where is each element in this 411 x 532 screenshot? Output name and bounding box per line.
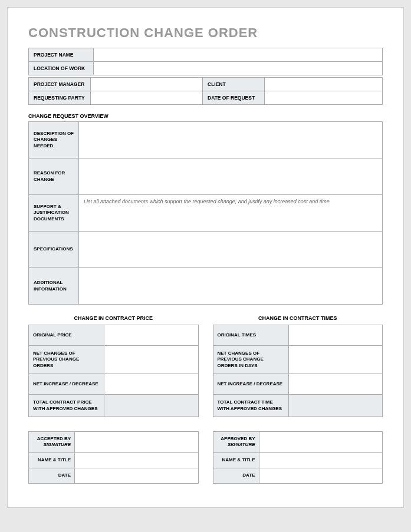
price-total-field[interactable] (104, 395, 199, 417)
client-field[interactable] (265, 78, 383, 91)
times-table: ORIGINAL TIMES NET CHANGES OF PREVIOUS C… (213, 325, 383, 417)
accepted-date-field[interactable] (75, 468, 199, 483)
price-netprev-field[interactable] (104, 346, 199, 374)
accepted-name-field[interactable] (75, 452, 199, 468)
price-original-label: ORIGINAL PRICE (29, 325, 104, 346)
overview-header: CHANGE REQUEST OVERVIEW (28, 113, 383, 119)
spec-field[interactable] (79, 232, 383, 268)
times-netprev-label: NET CHANGES OF PREVIOUS CHANGE ORDERS IN… (213, 346, 288, 374)
approved-table: APPROVED BY SIGNATURE NAME & TITLE DATE (213, 431, 383, 484)
times-netinc-field[interactable] (288, 374, 383, 395)
document-title: CONSTRUCTION CHANGE ORDER (28, 25, 383, 41)
approved-column: APPROVED BY SIGNATURE NAME & TITLE DATE (213, 431, 383, 484)
price-header: CHANGE IN CONTRACT PRICE (28, 315, 199, 321)
desc-label: DESCRIPTION OF CHANGES NEEDED (29, 122, 79, 158)
requesting-label: REQUESTING PARTY (29, 91, 91, 105)
price-column: CHANGE IN CONTRACT PRICE ORIGINAL PRICE … (28, 315, 199, 417)
accepted-table: ACCEPTED BY SIGNATURE NAME & TITLE DATE (28, 431, 199, 484)
approved-sig-text: SIGNATURE (228, 442, 255, 447)
reason-field[interactable] (79, 158, 383, 195)
project-info-table: PROJECT NAME LOCATION OF WORK (28, 48, 383, 75)
project-name-field[interactable] (94, 48, 383, 62)
spec-label: SPECIFICATIONS (29, 232, 79, 268)
approved-by-label: APPROVED BY SIGNATURE (213, 431, 259, 452)
support-field[interactable]: List all attached documents which suppor… (79, 195, 383, 232)
accepted-sig-text: SIGNATURE (43, 442, 71, 447)
support-label: SUPPORT & JUSTIFICATION DOCUMENTS (29, 195, 79, 232)
times-header: CHANGE IN CONTRACT TIMES (213, 315, 383, 321)
price-original-field[interactable] (104, 325, 199, 346)
project-name-label: PROJECT NAME (29, 48, 94, 62)
accepted-by-text: ACCEPTED BY (37, 436, 71, 441)
document-page: CONSTRUCTION CHANGE ORDER PROJECT NAME L… (7, 7, 404, 508)
approved-date-label: DATE (213, 468, 259, 483)
approved-by-text: APPROVED BY (221, 436, 255, 441)
date-request-label: DATE OF REQUEST (203, 91, 265, 105)
addl-label: ADDITIONAL INFORMATION (29, 268, 79, 305)
reason-label: REASON FOR CHANGE (29, 158, 79, 195)
addl-field[interactable] (79, 268, 383, 305)
times-total-field[interactable] (288, 395, 383, 417)
manager-client-table: PROJECT MANAGER CLIENT REQUESTING PARTY … (28, 77, 383, 105)
accepted-name-label: NAME & TITLE (29, 452, 75, 468)
desc-field[interactable] (79, 122, 383, 158)
times-netprev-field[interactable] (288, 346, 383, 374)
price-netprev-label: NET CHANGES OF PREVIOUS CHANGE ORDERS (29, 346, 104, 374)
price-total-label: TOTAL CONTRACT PRICE WITH APPROVED CHANG… (29, 395, 104, 417)
signatures-row: ACCEPTED BY SIGNATURE NAME & TITLE DATE (28, 431, 383, 484)
requesting-field[interactable] (91, 91, 203, 105)
location-label: LOCATION OF WORK (29, 62, 94, 75)
client-label: CLIENT (203, 78, 265, 91)
times-original-field[interactable] (288, 325, 383, 346)
accepted-by-field[interactable] (75, 431, 199, 452)
times-netinc-label: NET INCREASE / DECREASE (213, 374, 288, 395)
date-request-field[interactable] (265, 91, 383, 105)
price-table: ORIGINAL PRICE NET CHANGES OF PREVIOUS C… (28, 325, 199, 417)
location-field[interactable] (94, 62, 383, 75)
accepted-date-label: DATE (29, 468, 75, 483)
approved-by-field[interactable] (259, 431, 383, 452)
times-total-label: TOTAL CONTRACT TIME WITH APPROVED CHANGE… (213, 395, 288, 417)
pm-label: PROJECT MANAGER (29, 78, 91, 91)
price-netinc-field[interactable] (104, 374, 199, 395)
pm-field[interactable] (91, 78, 203, 91)
overview-table: DESCRIPTION OF CHANGES NEEDED REASON FOR… (28, 121, 383, 305)
times-original-label: ORIGINAL TIMES (213, 325, 288, 346)
approved-name-label: NAME & TITLE (213, 452, 259, 468)
approved-name-field[interactable] (259, 452, 383, 468)
price-netinc-label: NET INCREASE / DECREASE (29, 374, 104, 395)
accepted-by-label: ACCEPTED BY SIGNATURE (29, 431, 75, 452)
accepted-column: ACCEPTED BY SIGNATURE NAME & TITLE DATE (28, 431, 199, 484)
approved-date-field[interactable] (259, 468, 383, 483)
times-column: CHANGE IN CONTRACT TIMES ORIGINAL TIMES … (213, 315, 383, 417)
price-times-row: CHANGE IN CONTRACT PRICE ORIGINAL PRICE … (28, 315, 383, 417)
